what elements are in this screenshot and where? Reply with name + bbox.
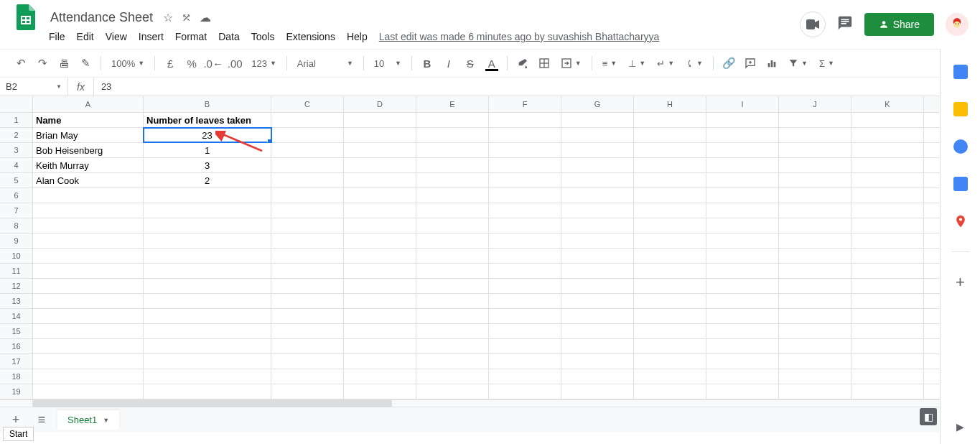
cell-I19[interactable] [706,384,779,399]
cell-G19[interactable] [561,384,634,399]
cell-B17[interactable] [144,354,271,369]
menu-tools[interactable]: Tools [246,28,281,45]
cell-A16[interactable] [33,339,144,353]
cell-A17[interactable] [33,354,144,369]
row-header[interactable]: 13 [0,294,33,308]
cell-K14[interactable] [851,309,924,323]
cell-J11[interactable] [779,264,851,278]
cell-J19[interactable] [779,384,851,399]
cell-G7[interactable] [561,203,634,218]
row-header[interactable]: 1 [0,113,33,127]
print-icon[interactable]: 🖶 [55,54,73,73]
cell-A2[interactable]: Brian May [33,128,144,142]
cell-I17[interactable] [706,354,779,369]
cell-E6[interactable] [416,188,489,203]
cell-F6[interactable] [489,188,561,203]
cell-J6[interactable] [779,188,851,203]
cell-B3[interactable]: 1 [144,143,271,157]
col-header-E[interactable]: E [416,96,489,112]
cell-G8[interactable] [561,218,634,233]
cell-E15[interactable] [416,324,489,338]
cell-G15[interactable] [561,324,634,338]
cell-I16[interactable] [706,339,779,353]
cell-J16[interactable] [779,339,851,353]
cell-I15[interactable] [706,324,779,338]
cell-H18[interactable] [634,369,706,384]
functions-icon[interactable]: Σ▼ [815,58,839,69]
cell-A4[interactable]: Keith Murray [33,158,144,172]
cell-I5[interactable] [706,173,779,188]
row-header[interactable]: 3 [0,143,33,157]
row-header[interactable]: 7 [0,203,33,218]
cell-I12[interactable] [706,279,779,293]
menu-extensions[interactable]: Extensions [280,28,340,45]
cell-I9[interactable] [706,233,779,248]
cell-E18[interactable] [416,369,489,384]
font-select[interactable]: Arial▼ [293,58,358,69]
row-header[interactable]: 16 [0,339,33,353]
cell-F8[interactable] [489,218,561,233]
cell-K16[interactable] [851,339,924,353]
cell-D16[interactable] [344,339,416,353]
cell-I18[interactable] [706,369,779,384]
last-edit-link[interactable]: Last edit was made 6 minutes ago by suva… [379,31,660,42]
cell-K3[interactable] [851,143,924,157]
cell-K10[interactable] [851,249,924,263]
col-header-I[interactable]: I [706,96,779,112]
cell-E4[interactable] [416,158,489,172]
decrease-decimal-icon[interactable]: .0← [204,54,223,73]
cell-E10[interactable] [416,249,489,263]
cell-D8[interactable] [344,218,416,233]
move-icon[interactable]: ⤱ [182,11,191,24]
cell-F10[interactable] [489,249,561,263]
cell-I1[interactable] [706,113,779,127]
cell-J15[interactable] [779,324,851,338]
menu-data[interactable]: Data [213,28,246,45]
cell-J2[interactable] [779,128,851,142]
cell-E3[interactable] [416,143,489,157]
cell-I6[interactable] [706,188,779,203]
hide-side-panel-icon[interactable]: ▶ [956,421,964,433]
cell-H13[interactable] [634,294,706,308]
row-header[interactable]: 18 [0,369,33,384]
cell-A7[interactable] [33,203,144,218]
cell-C10[interactable] [271,249,344,263]
cell-A11[interactable] [33,264,144,278]
row-header[interactable]: 10 [0,249,33,263]
cell-C17[interactable] [271,354,344,369]
horizontal-align-icon[interactable]: ≡▼ [598,58,622,69]
cell-G17[interactable] [561,354,634,369]
cell-F19[interactable] [489,384,561,399]
insert-link-icon[interactable]: 🔗 [719,54,738,73]
cell-B13[interactable] [144,294,271,308]
cell-K9[interactable] [851,233,924,248]
cell-G10[interactable] [561,249,634,263]
cell-F7[interactable] [489,203,561,218]
cell-G9[interactable] [561,233,634,248]
menu-help[interactable]: Help [341,28,373,45]
cell-J8[interactable] [779,218,851,233]
cell-B14[interactable] [144,309,271,323]
formula-input[interactable]: 23 [94,81,980,92]
share-button[interactable]: Share [864,13,934,36]
cell-H7[interactable] [634,203,706,218]
cell-A12[interactable] [33,279,144,293]
cell-E13[interactable] [416,294,489,308]
cell-F15[interactable] [489,324,561,338]
contacts-icon[interactable] [953,177,968,191]
cell-J13[interactable] [779,294,851,308]
filter-icon[interactable]: ▼ [784,58,812,68]
row-header[interactable]: 4 [0,158,33,172]
bold-icon[interactable]: B [418,54,437,73]
cell-G2[interactable] [561,128,634,142]
cell-I10[interactable] [706,249,779,263]
cell-G6[interactable] [561,188,634,203]
cell-C6[interactable] [271,188,344,203]
currency-icon[interactable]: £ [161,54,179,73]
cell-E16[interactable] [416,339,489,353]
italic-icon[interactable]: I [439,54,458,73]
cell-A15[interactable] [33,324,144,338]
vertical-align-icon[interactable]: ⊥▼ [624,58,650,69]
cell-B7[interactable] [144,203,271,218]
cell-C14[interactable] [271,309,344,323]
